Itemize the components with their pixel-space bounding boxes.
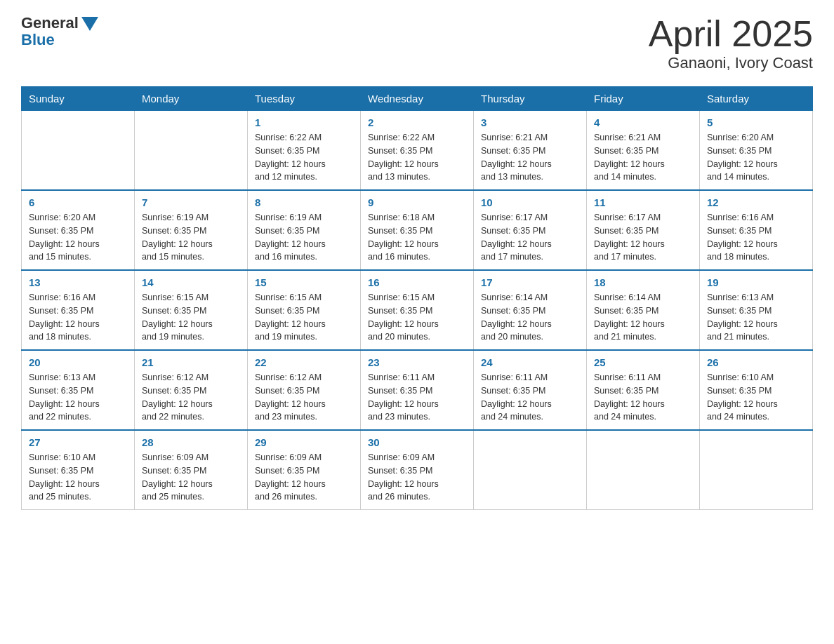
day-number: 19 — [707, 276, 805, 288]
day-info: Sunrise: 6:11 AMSunset: 6:35 PMDaylight:… — [368, 371, 466, 424]
calendar-day-cell: 8Sunrise: 6:19 AMSunset: 6:35 PMDaylight… — [248, 190, 361, 270]
calendar-day-cell: 15Sunrise: 6:15 AMSunset: 6:35 PMDayligh… — [248, 270, 361, 350]
day-of-week-header: Tuesday — [248, 87, 361, 111]
day-number: 24 — [481, 356, 579, 368]
day-number: 26 — [707, 356, 805, 368]
calendar-day-cell: 17Sunrise: 6:14 AMSunset: 6:35 PMDayligh… — [474, 270, 587, 350]
calendar-day-cell: 21Sunrise: 6:12 AMSunset: 6:35 PMDayligh… — [135, 350, 248, 430]
day-number: 12 — [707, 196, 805, 208]
day-number: 30 — [368, 436, 466, 448]
day-info: Sunrise: 6:12 AMSunset: 6:35 PMDaylight:… — [255, 371, 353, 424]
day-number: 21 — [142, 356, 240, 368]
day-number: 11 — [594, 196, 692, 208]
day-of-week-header: Monday — [135, 87, 248, 111]
day-number: 3 — [481, 116, 579, 128]
calendar-day-cell: 18Sunrise: 6:14 AMSunset: 6:35 PMDayligh… — [587, 270, 700, 350]
calendar-day-cell: 3Sunrise: 6:21 AMSunset: 6:35 PMDaylight… — [474, 111, 587, 191]
day-info: Sunrise: 6:12 AMSunset: 6:35 PMDaylight:… — [142, 371, 240, 424]
day-info: Sunrise: 6:17 AMSunset: 6:35 PMDaylight:… — [481, 211, 579, 264]
day-info: Sunrise: 6:21 AMSunset: 6:35 PMDaylight:… — [594, 131, 692, 184]
day-number: 28 — [142, 436, 240, 448]
calendar-day-cell: 13Sunrise: 6:16 AMSunset: 6:35 PMDayligh… — [22, 270, 135, 350]
day-number: 29 — [255, 436, 353, 448]
logo-general-text: General — [21, 14, 79, 32]
calendar-title: April 2025 — [649, 14, 813, 54]
day-number: 13 — [29, 276, 127, 288]
day-info: Sunrise: 6:10 AMSunset: 6:35 PMDaylight:… — [707, 371, 805, 424]
calendar-subtitle: Ganaoni, Ivory Coast — [649, 54, 813, 72]
day-number: 1 — [255, 116, 353, 128]
day-info: Sunrise: 6:10 AMSunset: 6:35 PMDaylight:… — [29, 451, 127, 504]
calendar-header-row: SundayMondayTuesdayWednesdayThursdayFrid… — [22, 87, 813, 111]
day-info: Sunrise: 6:11 AMSunset: 6:35 PMDaylight:… — [481, 371, 579, 424]
day-info: Sunrise: 6:15 AMSunset: 6:35 PMDaylight:… — [368, 291, 466, 344]
calendar-day-cell: 1Sunrise: 6:22 AMSunset: 6:35 PMDaylight… — [248, 111, 361, 191]
day-info: Sunrise: 6:16 AMSunset: 6:35 PMDaylight:… — [29, 291, 127, 344]
day-number: 14 — [142, 276, 240, 288]
day-of-week-header: Thursday — [474, 87, 587, 111]
day-info: Sunrise: 6:22 AMSunset: 6:35 PMDaylight:… — [255, 131, 353, 184]
day-info: Sunrise: 6:18 AMSunset: 6:35 PMDaylight:… — [368, 211, 466, 264]
day-number: 27 — [29, 436, 127, 448]
calendar-day-cell: 11Sunrise: 6:17 AMSunset: 6:35 PMDayligh… — [587, 190, 700, 270]
logo: General Blue — [21, 14, 98, 49]
day-info: Sunrise: 6:17 AMSunset: 6:35 PMDaylight:… — [594, 211, 692, 264]
day-info: Sunrise: 6:16 AMSunset: 6:35 PMDaylight:… — [707, 211, 805, 264]
calendar-day-cell: 9Sunrise: 6:18 AMSunset: 6:35 PMDaylight… — [361, 190, 474, 270]
calendar-day-cell — [700, 430, 813, 510]
calendar-day-cell: 16Sunrise: 6:15 AMSunset: 6:35 PMDayligh… — [361, 270, 474, 350]
logo-triangle-icon — [81, 17, 98, 31]
calendar-table: SundayMondayTuesdayWednesdayThursdayFrid… — [21, 86, 813, 510]
calendar-day-cell: 10Sunrise: 6:17 AMSunset: 6:35 PMDayligh… — [474, 190, 587, 270]
calendar-day-cell: 6Sunrise: 6:20 AMSunset: 6:35 PMDaylight… — [22, 190, 135, 270]
calendar-day-cell: 28Sunrise: 6:09 AMSunset: 6:35 PMDayligh… — [135, 430, 248, 510]
day-info: Sunrise: 6:13 AMSunset: 6:35 PMDaylight:… — [707, 291, 805, 344]
calendar-day-cell: 19Sunrise: 6:13 AMSunset: 6:35 PMDayligh… — [700, 270, 813, 350]
day-number: 8 — [255, 196, 353, 208]
day-info: Sunrise: 6:19 AMSunset: 6:35 PMDaylight:… — [255, 211, 353, 264]
day-number: 25 — [594, 356, 692, 368]
calendar-day-cell: 27Sunrise: 6:10 AMSunset: 6:35 PMDayligh… — [22, 430, 135, 510]
calendar-day-cell: 12Sunrise: 6:16 AMSunset: 6:35 PMDayligh… — [700, 190, 813, 270]
day-info: Sunrise: 6:19 AMSunset: 6:35 PMDaylight:… — [142, 211, 240, 264]
calendar-day-cell: 22Sunrise: 6:12 AMSunset: 6:35 PMDayligh… — [248, 350, 361, 430]
day-number: 16 — [368, 276, 466, 288]
day-number: 17 — [481, 276, 579, 288]
calendar-week-row: 1Sunrise: 6:22 AMSunset: 6:35 PMDaylight… — [22, 111, 813, 191]
day-number: 5 — [707, 116, 805, 128]
day-info: Sunrise: 6:13 AMSunset: 6:35 PMDaylight:… — [29, 371, 127, 424]
day-info: Sunrise: 6:14 AMSunset: 6:35 PMDaylight:… — [594, 291, 692, 344]
calendar-day-cell: 25Sunrise: 6:11 AMSunset: 6:35 PMDayligh… — [587, 350, 700, 430]
calendar-day-cell — [474, 430, 587, 510]
day-number: 15 — [255, 276, 353, 288]
calendar-week-row: 13Sunrise: 6:16 AMSunset: 6:35 PMDayligh… — [22, 270, 813, 350]
logo-blue-text: Blue — [21, 31, 55, 49]
day-of-week-header: Saturday — [700, 87, 813, 111]
day-info: Sunrise: 6:22 AMSunset: 6:35 PMDaylight:… — [368, 131, 466, 184]
calendar-day-cell: 29Sunrise: 6:09 AMSunset: 6:35 PMDayligh… — [248, 430, 361, 510]
calendar-day-cell: 5Sunrise: 6:20 AMSunset: 6:35 PMDaylight… — [700, 111, 813, 191]
calendar-day-cell: 26Sunrise: 6:10 AMSunset: 6:35 PMDayligh… — [700, 350, 813, 430]
calendar-day-cell: 20Sunrise: 6:13 AMSunset: 6:35 PMDayligh… — [22, 350, 135, 430]
calendar-day-cell: 4Sunrise: 6:21 AMSunset: 6:35 PMDaylight… — [587, 111, 700, 191]
day-info: Sunrise: 6:14 AMSunset: 6:35 PMDaylight:… — [481, 291, 579, 344]
day-of-week-header: Friday — [587, 87, 700, 111]
day-info: Sunrise: 6:21 AMSunset: 6:35 PMDaylight:… — [481, 131, 579, 184]
day-info: Sunrise: 6:20 AMSunset: 6:35 PMDaylight:… — [707, 131, 805, 184]
day-number: 6 — [29, 196, 127, 208]
day-number: 4 — [594, 116, 692, 128]
calendar-day-cell — [135, 111, 248, 191]
day-info: Sunrise: 6:15 AMSunset: 6:35 PMDaylight:… — [142, 291, 240, 344]
day-number: 9 — [368, 196, 466, 208]
calendar-day-cell: 7Sunrise: 6:19 AMSunset: 6:35 PMDaylight… — [135, 190, 248, 270]
day-info: Sunrise: 6:15 AMSunset: 6:35 PMDaylight:… — [255, 291, 353, 344]
day-info: Sunrise: 6:09 AMSunset: 6:35 PMDaylight:… — [255, 451, 353, 504]
calendar-week-row: 6Sunrise: 6:20 AMSunset: 6:35 PMDaylight… — [22, 190, 813, 270]
calendar-week-row: 20Sunrise: 6:13 AMSunset: 6:35 PMDayligh… — [22, 350, 813, 430]
calendar-day-cell: 2Sunrise: 6:22 AMSunset: 6:35 PMDaylight… — [361, 111, 474, 191]
calendar-day-cell: 30Sunrise: 6:09 AMSunset: 6:35 PMDayligh… — [361, 430, 474, 510]
day-of-week-header: Sunday — [22, 87, 135, 111]
day-info: Sunrise: 6:09 AMSunset: 6:35 PMDaylight:… — [142, 451, 240, 504]
day-number: 18 — [594, 276, 692, 288]
day-number: 22 — [255, 356, 353, 368]
